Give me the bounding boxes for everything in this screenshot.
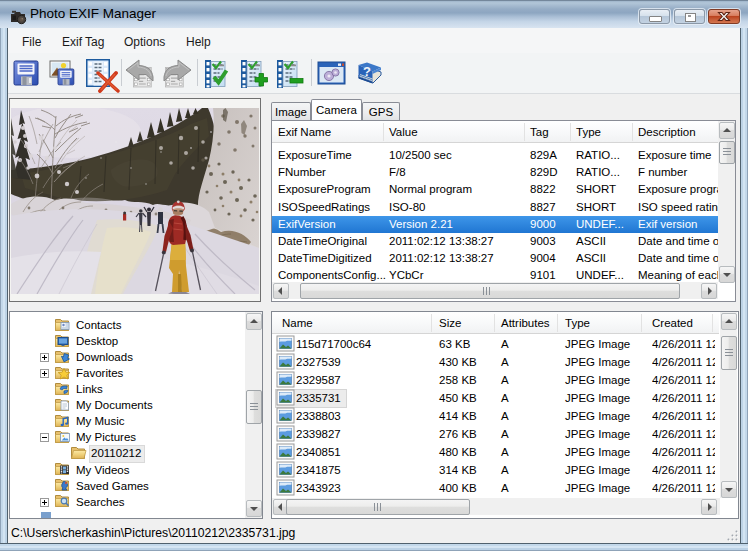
svg-text:?: ? <box>363 64 371 79</box>
